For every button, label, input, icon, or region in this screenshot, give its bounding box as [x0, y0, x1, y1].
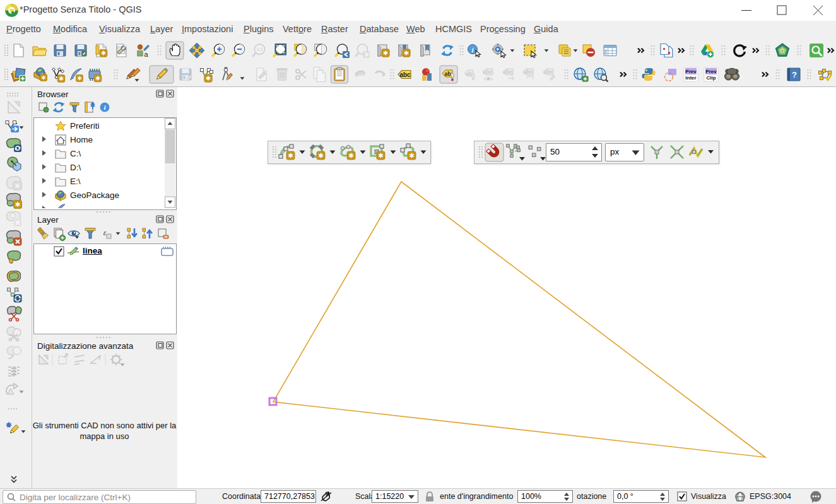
svg-text:a: a	[144, 50, 148, 58]
svg-text:Prev: Prev	[705, 69, 717, 74]
svg-text:abc: abc	[483, 69, 493, 75]
svg-text:Clip: Clip	[706, 75, 715, 81]
svg-text:ab: ab	[444, 71, 451, 77]
svg-text:ε: ε	[103, 228, 107, 237]
svg-text:abc: abc	[503, 69, 513, 75]
svg-text:?: ?	[792, 70, 797, 79]
svg-text:abc: abc	[399, 71, 411, 78]
svg-text:Inter: Inter	[685, 75, 696, 81]
svg-text:abc: abc	[543, 69, 553, 75]
svg-text:ab: ab	[466, 71, 473, 77]
svg-text:abc: abc	[523, 69, 533, 75]
svg-text:1:1: 1:1	[257, 47, 263, 52]
svg-text:Prev: Prev	[685, 69, 697, 74]
